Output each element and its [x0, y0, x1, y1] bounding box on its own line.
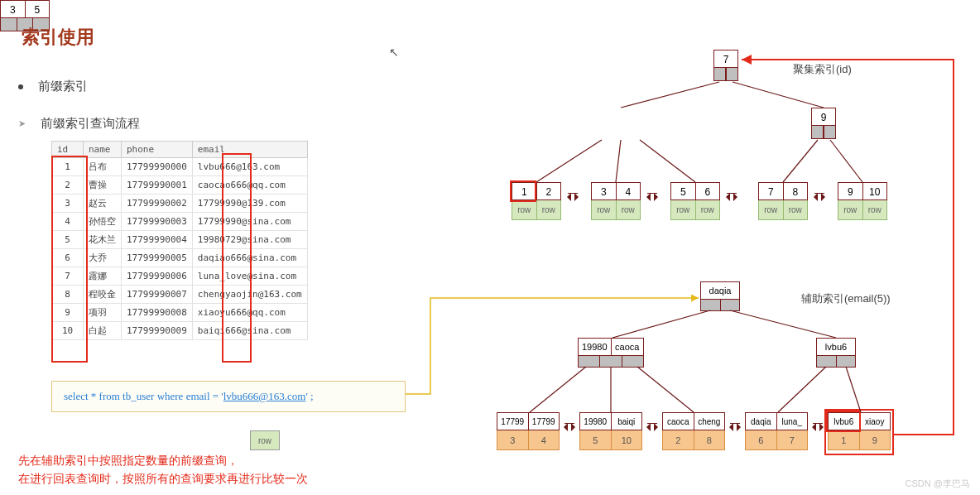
cell-id: 1: [52, 158, 84, 176]
bullet-dot-icon: [18, 84, 23, 89]
cell-name: 大乔: [84, 249, 122, 267]
leaf-link-arrow: [564, 189, 581, 199]
cell-email: 17799990@139.com: [192, 195, 307, 213]
cell-id: 10: [52, 322, 84, 340]
tree2-leaf-3: daqialuna_ 67: [745, 412, 808, 450]
explanation-text: 先在辅助索引中按照指定数量的前缀查询， 在进行回表查询时，按照所有的查询要求再进…: [18, 451, 308, 488]
tree2-leaf-0: 1779917799 34: [497, 412, 560, 450]
leaf-link-arrow: [809, 419, 826, 429]
cell-email: caocao666@qq.com: [192, 176, 307, 195]
tree1-mid-right: 9: [811, 108, 836, 139]
cell-email: xiaoyu666@qq.com: [192, 304, 307, 322]
cell-name: 曹操: [84, 176, 122, 195]
sql-suffix: ' ;: [305, 390, 313, 402]
cell-name: 孙悟空: [84, 213, 122, 231]
watermark: CSDN @李巴马: [906, 478, 970, 490]
leaf-link-arrow: [723, 189, 740, 199]
svg-line-4: [640, 140, 695, 182]
table-row: 6 大乔 17799990005 daqiao666@sina.com: [52, 249, 308, 267]
expl-line1: 先在辅助索引中按照指定数量的前缀查询，: [18, 451, 308, 469]
col-name: name: [84, 142, 122, 158]
cell-email: luna_love@sina.com: [192, 267, 307, 286]
tree1-leaf-1: 34 rowrow: [591, 182, 641, 220]
cell-phone: 17799990007: [122, 286, 193, 304]
cell-name: 白起: [84, 322, 122, 340]
cell-name: 项羽: [84, 304, 122, 322]
tree1-leaf-3: 78 rowrow: [758, 182, 808, 220]
svg-line-0: [621, 82, 719, 108]
leaf-link-arrow: [811, 189, 828, 199]
leaf-link-arrow: [644, 189, 661, 199]
tree1-root: 7: [713, 50, 738, 81]
tree2-leaf-2: caocacheng 28: [662, 412, 725, 450]
cell-phone: 17799990008: [122, 304, 193, 322]
col-email: email: [192, 142, 307, 158]
tree2-leaf-4: lvbu6xiaoy 19: [828, 412, 891, 450]
svg-line-1: [733, 82, 824, 108]
label-clustered-index: 聚集索引(id): [793, 62, 852, 77]
cell-email: 17799990@sina.com: [192, 213, 307, 231]
table-row: 7 露娜 17799990006 luna_love@sina.com: [52, 267, 308, 286]
cell-email: baiqi666@sina.com: [192, 322, 307, 340]
cell-email: chengyaojin@163.com: [192, 286, 307, 304]
svg-line-8: [730, 310, 836, 338]
tree1-leaf-0: 12 rowrow: [512, 182, 561, 220]
row-result-box: row: [250, 430, 280, 450]
mouse-cursor-icon: ↖: [389, 46, 399, 59]
leaf-link-arrow: [727, 419, 743, 429]
cell-phone: 17799990006: [122, 267, 193, 286]
table-row: 1 吕布 17799990000 lvbu666@163.com: [52, 158, 308, 176]
cell-email: lvbu666@163.com: [192, 158, 307, 176]
table-row: 4 孙悟空 17799990003 17799990@sina.com: [52, 213, 308, 231]
label-secondary-index: 辅助索引(email(5)): [801, 291, 891, 306]
tree1-leaf-4: 910 rowrow: [838, 182, 887, 220]
cell-name: 赵云: [84, 195, 122, 213]
svg-line-13: [846, 367, 861, 412]
svg-line-5: [783, 140, 818, 182]
cell-id: 8: [52, 286, 84, 304]
tree2-mid-left: 19980caoca: [578, 338, 644, 368]
col-id: id: [52, 142, 84, 158]
leaf-link-arrow: [644, 419, 661, 429]
table-row: 3 赵云 17799990002 17799990@139.com: [52, 195, 308, 213]
svg-line-7: [612, 310, 710, 338]
cell-name: 花木兰: [84, 231, 122, 249]
svg-line-3: [616, 140, 621, 182]
table-row: 2 曹操 17799990001 caocao666@qq.com: [52, 176, 308, 195]
table-row: 10 白起 17799990009 baiqi666@sina.com: [52, 322, 308, 340]
cell-id: 9: [52, 304, 84, 322]
sql-prefix: select * from tb_user where email = ': [64, 390, 223, 402]
tree1-leaf-2: 56 rowrow: [670, 182, 720, 220]
cell-phone: 17799990009: [122, 322, 193, 340]
leaf-link-arrow: [561, 419, 578, 429]
tree2-leaf-1: 19980baiqi 510: [579, 412, 642, 450]
cell-phone: 17799990005: [122, 249, 193, 267]
sql-query: select * from tb_user where email = 'lvb…: [51, 381, 406, 412]
table-row: 9 项羽 17799990008 xiaoyu666@qq.com: [52, 304, 308, 322]
tree2-root: daqia: [700, 281, 740, 311]
cell-name: 程咬金: [84, 286, 122, 304]
cell-name: 吕布: [84, 158, 122, 176]
cell-email: daqiao666@sina.com: [192, 249, 307, 267]
svg-line-11: [637, 367, 694, 412]
bullet1-text: 前缀索引: [38, 79, 88, 94]
expl-line2: 在进行回表查询时，按照所有的查询要求再进行比较一次: [18, 469, 308, 488]
cell-name: 露娜: [84, 267, 122, 286]
cell-id: 3: [52, 195, 84, 213]
svg-line-9: [530, 367, 586, 412]
cell-id: 5: [52, 231, 84, 249]
chevron-right-icon: ➤: [18, 118, 26, 129]
cell-phone: 17799990003: [122, 213, 193, 231]
bullet-prefix-index: 前缀索引: [18, 79, 88, 94]
cell-id: 2: [52, 176, 84, 195]
bullet-flow: ➤ 前缀索引查询流程: [18, 116, 140, 132]
cell-phone: 17799990004: [122, 231, 193, 249]
cell-phone: 17799990002: [122, 195, 193, 213]
table-row: 8 程咬金 17799990007 chengyaojin@163.com: [52, 286, 308, 304]
bullet2-text: 前缀索引查询流程: [41, 116, 140, 132]
cell-email: 19980729@sina.com: [192, 231, 307, 249]
tree2-mid-right: lvbu6: [816, 338, 856, 368]
cell-id: 7: [52, 267, 84, 286]
svg-line-12: [778, 367, 826, 412]
cell-phone: 17799990000: [122, 158, 193, 176]
